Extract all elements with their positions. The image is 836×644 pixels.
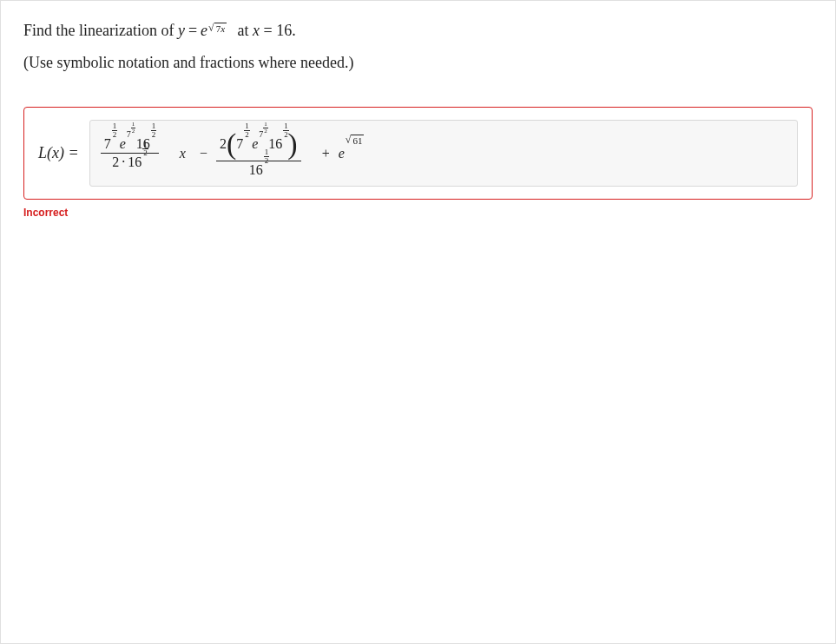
at-value: = 16. bbox=[264, 22, 296, 39]
minus-sign: − bbox=[200, 146, 207, 161]
plus-sign: + bbox=[322, 146, 330, 161]
question-prefix: Find the linearization of bbox=[23, 22, 178, 39]
var-y: y bbox=[178, 20, 185, 42]
radical-sign: √ bbox=[208, 23, 214, 35]
t1-e: e bbox=[120, 137, 126, 151]
const-e: e bbox=[201, 20, 207, 42]
t1-7: 7 bbox=[104, 137, 111, 151]
label-eq: = bbox=[64, 144, 79, 161]
term3: e √ 61 bbox=[339, 146, 369, 161]
sqrt-expr: √ 7x bbox=[208, 23, 227, 35]
t1-den-2: 2 bbox=[112, 155, 119, 169]
question-text: Find the linearization of y = e √ 7x bbox=[23, 20, 813, 42]
term2-fraction: 2 ( 7 12 e 712 bbox=[216, 129, 301, 177]
lparen: ( bbox=[227, 129, 236, 159]
var-x-mult: x bbox=[180, 146, 186, 161]
at-text: at bbox=[238, 22, 253, 39]
equals-sign: = bbox=[188, 20, 197, 42]
term1-fraction: 7 12 e 712 bbox=[101, 137, 159, 169]
hint-text: (Use symbolic notation and fractions whe… bbox=[23, 54, 813, 72]
answer-label: L(x) = bbox=[38, 144, 79, 162]
question-card: Find the linearization of y = e √ 7x bbox=[0, 0, 836, 644]
sqrt-61: √ 61 bbox=[346, 135, 365, 147]
question-equation: y = e √ 7x bbox=[178, 20, 234, 42]
t2-2: 2 bbox=[220, 137, 227, 151]
answer-input[interactable]: 7 12 e 712 bbox=[89, 120, 798, 187]
dot: · bbox=[122, 155, 125, 169]
answer-container: L(x) = 7 12 e bbox=[23, 107, 813, 200]
label-L: L bbox=[38, 144, 47, 161]
answer-expression: 7 12 e 712 bbox=[101, 129, 369, 177]
label-x: x bbox=[52, 144, 59, 161]
t3-e: e bbox=[339, 146, 345, 161]
rparen: ) bbox=[287, 129, 297, 159]
feedback-text: Incorrect bbox=[23, 207, 813, 219]
t1-den-16: 16 bbox=[128, 155, 142, 169]
exp-expr: e √ 7x bbox=[201, 20, 234, 42]
var-x: x bbox=[253, 22, 260, 39]
sqrt-x: x bbox=[221, 23, 225, 34]
